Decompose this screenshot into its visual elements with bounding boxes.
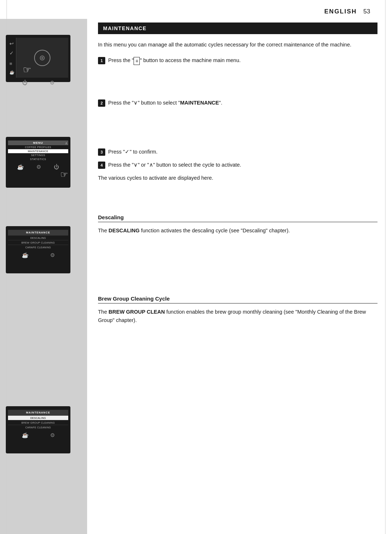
subsection-brew-text: The BREW GROUP CLEAN function enables th…: [98, 308, 377, 324]
power-icon-2: ⏻: [54, 164, 59, 170]
step-1-block: 1 Press the "≡" button to access the mac…: [98, 57, 377, 65]
cup-icon-3: ☕: [22, 252, 29, 258]
screen2-coffee-profiles: COFFEE PROFILES: [8, 145, 68, 149]
screen2-menu-header: MENU: [8, 140, 68, 145]
header-page-number: 53: [363, 8, 370, 15]
device-screen-2: MENU COFFEE PROFILES MAINTENANCE SETTING…: [6, 137, 70, 188]
screen3-maint-header: MAINTENANCE: [8, 230, 68, 235]
descaling-bold: DESCALING: [109, 228, 139, 233]
cycles-note: The various cycles to activate are displ…: [98, 174, 377, 182]
step-2-text: Press the "∨" button to select "MAINTENA…: [108, 99, 222, 107]
settings-icon-4: ⚙: [50, 432, 55, 439]
device-screen-1: ↩ ✓ ≡ ☕ ⊛ ☞ ⏻: [6, 35, 70, 82]
screen4-bottom-icons: ☕ ⚙: [8, 430, 68, 439]
settings-icon-small: ⚙: [50, 80, 54, 86]
screen2-maintenance: MAINTENANCE: [8, 149, 68, 153]
content-spacer-2: [98, 112, 377, 148]
screen3-descaling: DESCALING: [8, 235, 68, 240]
menu-icon: ≡: [9, 61, 15, 66]
screen4-carafe: CARAFE CLEANING: [8, 425, 68, 429]
subsection-brew-title: Brew Group Cleaning Cycle: [98, 295, 377, 303]
power-icon: ⏻: [22, 80, 28, 86]
screen4-brew: BREW GROUP CLEANING: [8, 420, 68, 425]
brew-bold: BREW GROUP CLEAN: [109, 309, 165, 315]
step-1-text: Press the "≡" button to access the machi…: [108, 57, 241, 65]
check-icon: ✓: [9, 50, 15, 56]
sidebar-spacer-2: [6, 196, 81, 217]
step-1-num: 1: [98, 57, 105, 64]
step-2-num: 2: [98, 99, 105, 107]
section-heading: MAINTENANCE: [98, 23, 377, 34]
device-screen-3: MAINTENANCE DESCALING BREW GROUP CLEANIN…: [6, 226, 70, 273]
screen2-bottom-icons: ☕ ⚙ ⏻: [8, 162, 68, 170]
step-2-bold: MAINTENANCE: [180, 100, 219, 106]
cup-icon-2: ☕: [17, 164, 24, 170]
content-area: MAINTENANCE In this menu you can manage …: [87, 19, 392, 534]
content-spacer-4: [98, 235, 377, 285]
subsection-descaling-text: The DESCALING function activates the des…: [98, 227, 377, 235]
screen3-bottom-icons: ☕ ⚙: [8, 250, 68, 258]
cup-icon-4: ☕: [22, 432, 29, 439]
coffee-icon: ☕: [9, 70, 15, 75]
settings-icon-2: ⚙: [36, 164, 41, 170]
step-4-block: 4 Press the "∨" or "∧" button to select …: [98, 161, 377, 169]
screen2-statistics: STATISTICS: [8, 157, 68, 161]
step-3-block: 3 Press "✓" to confirm.: [98, 148, 377, 156]
arrow-up-icon: ∧: [65, 141, 68, 145]
screen3-carafe: CARAFE CLEANING: [8, 245, 68, 249]
step-3-num: 3: [98, 148, 105, 156]
settings-icon-3: ⚙: [50, 252, 55, 258]
subsection-descaling-title: Descaling: [98, 214, 377, 222]
page-border-right: [385, 0, 385, 534]
full-layout: ↩ ✓ ≡ ☕ ⊛ ☞ ⏻: [0, 19, 392, 534]
screen4-descaling: DESCALING: [8, 415, 68, 420]
screen1-bottom-icons: ⏻ ⚙: [8, 78, 68, 86]
intro-text: In this menu you can manage all the auto…: [98, 41, 377, 49]
header-language: ENGLISH: [324, 8, 357, 15]
sidebar-spacer-3: [6, 281, 81, 339]
step-4-num: 4: [98, 162, 105, 169]
back-icon: ↩: [9, 41, 15, 46]
screen2-settings: SETTINGS: [8, 153, 68, 157]
content-spacer-3: [98, 186, 377, 204]
sidebar-spacer-1: [6, 90, 81, 125]
sidebar: ↩ ✓ ≡ ☕ ⊛ ☞ ⏻: [0, 19, 87, 534]
step-3-text: Press "✓" to confirm.: [108, 148, 158, 156]
step-4-text: Press the "∨" or "∧" button to select th…: [108, 161, 241, 169]
screen3-brew: BREW GROUP CLEANING: [8, 240, 68, 245]
device-screen-4: MAINTENANCE DESCALING BREW GROUP CLEANIN…: [6, 406, 70, 453]
screen4-maint-header: MAINTENANCE: [8, 410, 68, 415]
hand-icon-2: ☞: [60, 170, 68, 179]
step-2-block: 2 Press the "∨" button to select "MAINTE…: [98, 99, 377, 107]
content-spacer-1: [98, 70, 377, 99]
sidebar-spacer-4: [6, 461, 81, 519]
page-header: ENGLISH 53: [0, 0, 392, 19]
menu-button-icon: ≡: [134, 57, 140, 65]
